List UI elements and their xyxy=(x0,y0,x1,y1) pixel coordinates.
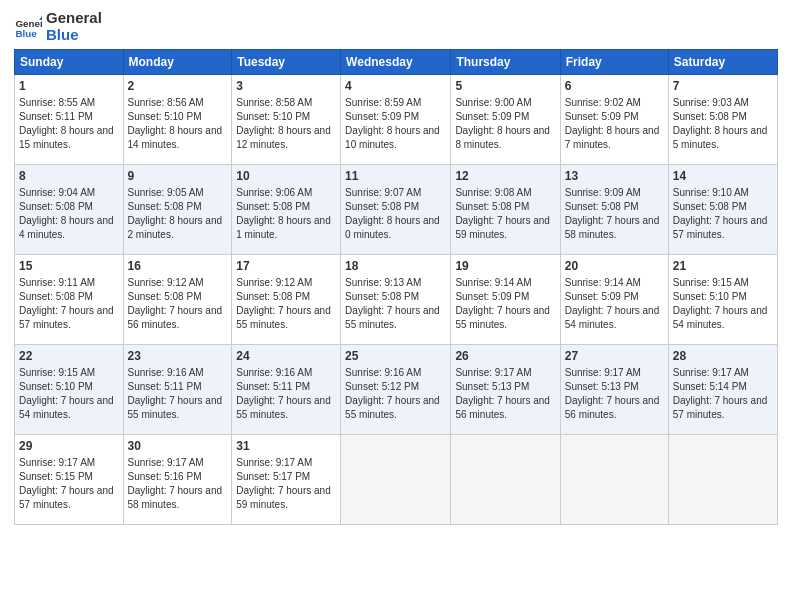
logo-blue: Blue xyxy=(46,27,102,44)
calendar-cell: 1Sunrise: 8:55 AMSunset: 5:11 PMDaylight… xyxy=(15,75,124,165)
calendar-cell: 10Sunrise: 9:06 AMSunset: 5:08 PMDayligh… xyxy=(232,165,341,255)
col-saturday: Saturday xyxy=(668,50,777,75)
calendar-week-3: 15Sunrise: 9:11 AMSunset: 5:08 PMDayligh… xyxy=(15,255,778,345)
calendar-week-4: 22Sunrise: 9:15 AMSunset: 5:10 PMDayligh… xyxy=(15,345,778,435)
calendar-cell: 26Sunrise: 9:17 AMSunset: 5:13 PMDayligh… xyxy=(451,345,560,435)
calendar-cell: 28Sunrise: 9:17 AMSunset: 5:14 PMDayligh… xyxy=(668,345,777,435)
col-friday: Friday xyxy=(560,50,668,75)
calendar-cell: 9Sunrise: 9:05 AMSunset: 5:08 PMDaylight… xyxy=(123,165,232,255)
calendar-cell: 14Sunrise: 9:10 AMSunset: 5:08 PMDayligh… xyxy=(668,165,777,255)
calendar-cell: 6Sunrise: 9:02 AMSunset: 5:09 PMDaylight… xyxy=(560,75,668,165)
calendar-cell: 12Sunrise: 9:08 AMSunset: 5:08 PMDayligh… xyxy=(451,165,560,255)
calendar-cell xyxy=(451,435,560,525)
calendar-cell: 18Sunrise: 9:13 AMSunset: 5:08 PMDayligh… xyxy=(341,255,451,345)
calendar-cell: 5Sunrise: 9:00 AMSunset: 5:09 PMDaylight… xyxy=(451,75,560,165)
calendar-cell xyxy=(341,435,451,525)
calendar-cell xyxy=(668,435,777,525)
calendar-cell: 29Sunrise: 9:17 AMSunset: 5:15 PMDayligh… xyxy=(15,435,124,525)
col-monday: Monday xyxy=(123,50,232,75)
calendar-cell: 8Sunrise: 9:04 AMSunset: 5:08 PMDaylight… xyxy=(15,165,124,255)
calendar-cell: 20Sunrise: 9:14 AMSunset: 5:09 PMDayligh… xyxy=(560,255,668,345)
calendar-cell: 21Sunrise: 9:15 AMSunset: 5:10 PMDayligh… xyxy=(668,255,777,345)
calendar-cell: 7Sunrise: 9:03 AMSunset: 5:08 PMDaylight… xyxy=(668,75,777,165)
calendar-cell: 4Sunrise: 8:59 AMSunset: 5:09 PMDaylight… xyxy=(341,75,451,165)
col-sunday: Sunday xyxy=(15,50,124,75)
calendar-cell: 17Sunrise: 9:12 AMSunset: 5:08 PMDayligh… xyxy=(232,255,341,345)
calendar-week-1: 1Sunrise: 8:55 AMSunset: 5:11 PMDaylight… xyxy=(15,75,778,165)
col-wednesday: Wednesday xyxy=(341,50,451,75)
calendar-cell: 27Sunrise: 9:17 AMSunset: 5:13 PMDayligh… xyxy=(560,345,668,435)
calendar-cell: 22Sunrise: 9:15 AMSunset: 5:10 PMDayligh… xyxy=(15,345,124,435)
calendar-cell: 23Sunrise: 9:16 AMSunset: 5:11 PMDayligh… xyxy=(123,345,232,435)
logo-general: General xyxy=(46,10,102,27)
calendar-cell: 30Sunrise: 9:17 AMSunset: 5:16 PMDayligh… xyxy=(123,435,232,525)
svg-text:Blue: Blue xyxy=(15,27,37,38)
calendar-cell: 24Sunrise: 9:16 AMSunset: 5:11 PMDayligh… xyxy=(232,345,341,435)
calendar-cell: 3Sunrise: 8:58 AMSunset: 5:10 PMDaylight… xyxy=(232,75,341,165)
calendar-week-5: 29Sunrise: 9:17 AMSunset: 5:15 PMDayligh… xyxy=(15,435,778,525)
col-thursday: Thursday xyxy=(451,50,560,75)
calendar-cell xyxy=(560,435,668,525)
calendar-cell: 2Sunrise: 8:56 AMSunset: 5:10 PMDaylight… xyxy=(123,75,232,165)
calendar: Sunday Monday Tuesday Wednesday Thursday… xyxy=(14,49,778,525)
calendar-cell: 16Sunrise: 9:12 AMSunset: 5:08 PMDayligh… xyxy=(123,255,232,345)
calendar-cell: 19Sunrise: 9:14 AMSunset: 5:09 PMDayligh… xyxy=(451,255,560,345)
logo: General Blue General Blue xyxy=(14,10,102,43)
calendar-week-2: 8Sunrise: 9:04 AMSunset: 5:08 PMDaylight… xyxy=(15,165,778,255)
calendar-cell: 15Sunrise: 9:11 AMSunset: 5:08 PMDayligh… xyxy=(15,255,124,345)
calendar-cell: 31Sunrise: 9:17 AMSunset: 5:17 PMDayligh… xyxy=(232,435,341,525)
logo-icon: General Blue xyxy=(14,13,42,41)
calendar-cell: 11Sunrise: 9:07 AMSunset: 5:08 PMDayligh… xyxy=(341,165,451,255)
calendar-cell: 25Sunrise: 9:16 AMSunset: 5:12 PMDayligh… xyxy=(341,345,451,435)
calendar-cell: 13Sunrise: 9:09 AMSunset: 5:08 PMDayligh… xyxy=(560,165,668,255)
header: General Blue General Blue xyxy=(14,10,778,43)
col-tuesday: Tuesday xyxy=(232,50,341,75)
calendar-header-row: Sunday Monday Tuesday Wednesday Thursday… xyxy=(15,50,778,75)
